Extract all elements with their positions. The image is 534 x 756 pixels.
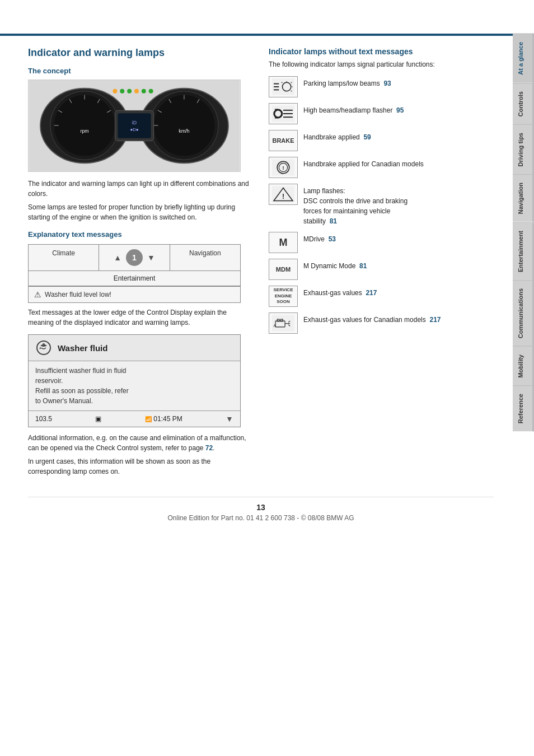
- exhaust-canadian-page-ref: 217: [429, 316, 441, 324]
- mdrive-page-ref: 53: [329, 235, 336, 243]
- content-columns: Indicator and warning lamps The concept: [28, 47, 494, 480]
- scroll-down-icon: ▼: [226, 414, 233, 423]
- tab-mobility[interactable]: Mobility: [513, 346, 534, 386]
- svg-point-24: [113, 89, 117, 94]
- navigation-label: Navigation: [170, 245, 240, 270]
- page-number: 13: [28, 503, 494, 512]
- svg-text:!: !: [282, 193, 284, 200]
- svg-text:iD: iD: [132, 120, 137, 125]
- lamp-row-handbrake-canadian: ! Handbrake applied for Canadian models: [269, 157, 494, 178]
- svg-point-26: [127, 89, 132, 94]
- mdrive-lamp-icon: M: [269, 232, 298, 253]
- lamp-row-mdrive: M MDrive 53: [269, 232, 494, 253]
- tab-communications[interactable]: Communications: [513, 280, 534, 346]
- service-page-ref: 217: [366, 289, 377, 297]
- left-column: Indicator and warning lamps The concept: [28, 47, 252, 480]
- explanatory-title: Explanatory text messages: [28, 230, 252, 239]
- brake-lamp-desc: Handbrake applied 59: [303, 130, 371, 142]
- brake-page-ref: 59: [363, 133, 371, 141]
- diagram-top-row: Climate ▲ 1 ▼ Navigation: [29, 245, 240, 271]
- lamp-row-parking: Parking lamps/low beams 93: [269, 76, 494, 97]
- tab-at-a-glance[interactable]: At a glance: [513, 34, 534, 83]
- dashboard-image: rpm km/h: [28, 80, 241, 172]
- exhaust-canadian-icon: [269, 312, 298, 334]
- service-lamp-desc: Exhaust-gas values 217: [303, 286, 377, 298]
- arrow-up-icon: ▲: [114, 253, 121, 262]
- lamp-row-exhaust-canadian: Exhaust-gas values for Canadian models 2…: [269, 312, 494, 334]
- tab-driving-tips[interactable]: Driving tips: [513, 124, 534, 175]
- svg-point-4: [54, 95, 115, 156]
- dsc-lamp-desc: Lamp flashes:DSC controls the drive and …: [303, 184, 407, 226]
- main-title: Indicator and warning lamps: [28, 47, 252, 59]
- handbrake-canadian-icon: !: [269, 157, 298, 178]
- svg-text:rpm: rpm: [80, 128, 88, 134]
- parking-lamp-icon: [269, 76, 298, 97]
- dsc-page-ref: 81: [330, 217, 337, 225]
- highbeam-page-ref: 95: [396, 106, 404, 114]
- diagram-center-cell: ▲ 1 ▼: [99, 245, 170, 270]
- tab-entertainment[interactable]: Entertainment: [513, 222, 534, 280]
- right-column: Indicator lamps without text messages Th…: [269, 47, 494, 480]
- diagram-bottom: ⚠ Washer fluid level low!: [29, 286, 240, 302]
- highbeam-lamp-desc: High beams/headlamp flasher 95: [303, 103, 404, 115]
- washer-icon: [35, 339, 52, 356]
- svg-point-25: [120, 89, 124, 94]
- right-title-section: Indicator lamps without text messages Th…: [269, 47, 494, 69]
- svg-point-30: [37, 341, 50, 354]
- page-container: At a glance Controls Driving tips Naviga…: [0, 0, 534, 756]
- center-circle-icon: 1: [126, 249, 143, 266]
- page-footer: 13 Online Edition for Part no. 01 41 2 6…: [28, 497, 494, 522]
- brake-lamp-icon: BRAKE: [269, 130, 298, 151]
- concept-title: The concept: [28, 67, 252, 75]
- parking-page-ref: 93: [383, 80, 391, 87]
- tab-navigation[interactable]: Navigation: [513, 174, 534, 222]
- lamp-row-mdm: MDM M Dynamic Mode 81: [269, 259, 494, 280]
- main-content: Indicator and warning lamps The concept: [0, 47, 510, 544]
- svg-point-29: [149, 89, 153, 94]
- warning-triangle-icon: ⚠: [34, 290, 41, 299]
- lamp-row-service: SERVICEENGINESOON Exhaust-gas values 217: [269, 286, 494, 307]
- lamp-row-highbeam: High beams/headlamp flasher 95: [269, 103, 494, 124]
- footer-text: Online Edition for Part no. 01 41 2 600 …: [167, 514, 354, 522]
- entertainment-label: Entertainment: [29, 271, 240, 286]
- service-lamp-icon: SERVICEENGINESOON: [269, 286, 298, 307]
- washer-title-text: Washer fluid: [58, 343, 107, 353]
- svg-text:●D●: ●D●: [130, 127, 138, 132]
- svg-text:km/h: km/h: [179, 128, 189, 134]
- indicator-lamps-title: Indicator lamps without text messages: [269, 47, 494, 56]
- side-tabs: At a glance Controls Driving tips Naviga…: [513, 34, 534, 432]
- tab-reference[interactable]: Reference: [513, 385, 534, 431]
- highbeam-lamp-icon: [269, 103, 298, 124]
- washer-value: 103.5: [35, 415, 52, 423]
- mdm-lamp-desc: M Dynamic Mode 81: [303, 259, 367, 271]
- exhaust-canadian-desc: Exhaust-gas values for Canadian models 2…: [303, 312, 441, 325]
- body-text-3: Text messages at the lower edge of the C…: [28, 307, 252, 328]
- washer-title-row: Washer fluid: [29, 335, 240, 361]
- indicator-intro: The following indicator lamps signal par…: [269, 59, 494, 69]
- cd-icon: ▣: [95, 415, 101, 423]
- arrow-down-icon: ▼: [147, 253, 155, 262]
- svg-point-28: [142, 89, 146, 94]
- body-text-1: The indicator and warning lamps can ligh…: [28, 179, 252, 199]
- mdm-page-ref: 81: [359, 262, 367, 270]
- climate-label: Climate: [29, 245, 99, 270]
- lamp-row-brake: BRAKE Handbrake applied 59: [269, 130, 494, 151]
- body-text-2: Some lamps are tested for proper functio…: [28, 202, 252, 222]
- svg-point-13: [154, 95, 215, 156]
- washer-body: Insufficient washer fluid in fluid reser…: [29, 361, 240, 410]
- body-text-4: Additional information, e.g. on the caus…: [28, 433, 252, 453]
- washer-fluid-box: Washer fluid Insufficient washer fluid i…: [28, 334, 241, 427]
- control-display-diagram: Climate ▲ 1 ▼ Navigation: [28, 244, 241, 303]
- parking-lamp-desc: Parking lamps/low beams 93: [303, 76, 391, 88]
- mdm-lamp-icon: MDM: [269, 259, 298, 280]
- svg-rect-21: [118, 113, 151, 138]
- tab-controls[interactable]: Controls: [513, 83, 534, 124]
- svg-text:!: !: [282, 165, 284, 171]
- washer-footer: 103.5 ▣ 📶 01:45 PM ▼: [29, 410, 240, 427]
- svg-point-44: [275, 111, 281, 117]
- dsc-lamp-icon: !: [269, 184, 298, 205]
- lamp-row-dsc: ! Lamp flashes:DSC controls the drive an…: [269, 184, 494, 226]
- body-text-5: In urgent cases, this information will b…: [28, 456, 252, 477]
- handbrake-canadian-desc: Handbrake applied for Canadian models: [303, 157, 424, 169]
- svg-point-27: [134, 89, 139, 94]
